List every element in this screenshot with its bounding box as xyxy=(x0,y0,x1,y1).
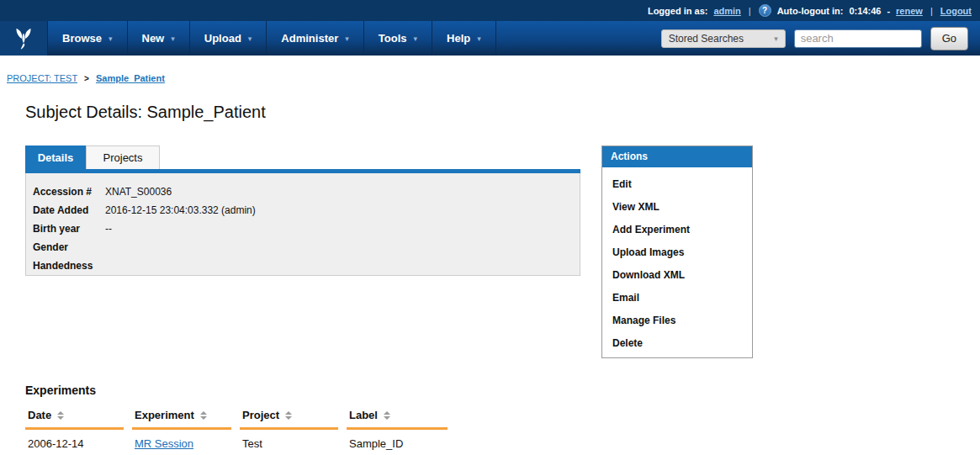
tab-projects[interactable]: Projects xyxy=(86,145,160,169)
action-download-xml[interactable]: Download XML xyxy=(602,263,752,286)
table-row: 2006-12-14 MR Session Test Sample_ID xyxy=(25,430,454,450)
xnat-logo-icon xyxy=(11,26,36,51)
sort-icon[interactable] xyxy=(57,411,64,420)
search-input[interactable] xyxy=(794,29,922,48)
renew-link[interactable]: renew xyxy=(896,6,923,16)
dash: - xyxy=(887,6,890,16)
breadcrumb: PROJECT: TEST > Sample_Patient xyxy=(7,73,980,83)
auto-logout-timer: 0:14:46 xyxy=(849,6,881,16)
top-utility-bar: Logged in as: admin | ? Auto-logout in: … xyxy=(0,0,980,21)
action-manage-files[interactable]: Manage Files xyxy=(602,309,752,331)
nav-menus: Browse ▾ New ▾ Upload ▾ Administer ▾ Too… xyxy=(48,21,496,56)
field-row-gender: Gender xyxy=(33,241,580,253)
actions-panel: Actions Edit View XML Add Experiment Upl… xyxy=(601,145,753,358)
column-header-date[interactable]: Date xyxy=(25,409,124,430)
actions-panel-title: Actions xyxy=(602,146,752,167)
separator: | xyxy=(929,6,935,16)
go-button[interactable]: Go xyxy=(930,27,968,50)
action-delete[interactable]: Delete xyxy=(602,331,752,354)
action-view-xml[interactable]: View XML xyxy=(602,195,752,218)
nav-menu-help[interactable]: Help ▾ xyxy=(432,21,496,56)
page-title: Subject Details: Sample_Patient xyxy=(25,103,980,122)
field-label: Gender xyxy=(33,241,105,253)
subject-details-section: Details Projects Accession # XNAT_S00036… xyxy=(25,145,580,276)
logged-in-user-link[interactable]: admin xyxy=(713,6,740,16)
main-navbar: Browse ▾ New ▾ Upload ▾ Administer ▾ Too… xyxy=(0,21,980,56)
main-content: Details Projects Accession # XNAT_S00036… xyxy=(25,145,980,358)
breadcrumb-separator: > xyxy=(84,74,89,83)
chevron-down-icon: ▾ xyxy=(248,34,252,43)
tab-details[interactable]: Details xyxy=(25,145,86,169)
breadcrumb-project-link[interactable]: PROJECT: TEST xyxy=(7,73,77,83)
mr-session-link[interactable]: MR Session xyxy=(135,437,193,450)
details-panel: Accession # XNAT_S00036 Date Added 2016-… xyxy=(25,173,580,276)
field-value: -- xyxy=(105,223,112,235)
column-header-project[interactable]: Project xyxy=(240,409,338,430)
logged-in-label: Logged in as: xyxy=(648,6,708,16)
sort-icon[interactable] xyxy=(285,411,292,420)
field-label: Date Added xyxy=(33,204,105,216)
field-row-date-added: Date Added 2016-12-15 23:04:03.332 (admi… xyxy=(33,204,580,216)
field-value: 2016-12-15 23:04:03.332 (admin) xyxy=(105,204,256,216)
action-email[interactable]: Email xyxy=(602,286,752,309)
action-edit[interactable]: Edit xyxy=(602,172,752,195)
nav-menu-administer[interactable]: Administer ▾ xyxy=(267,21,363,56)
experiments-table: Date Experiment Project Label 2006-12-14… xyxy=(25,409,454,450)
sort-icon[interactable] xyxy=(384,411,390,420)
logout-link[interactable]: Logout xyxy=(940,6,972,16)
nav-menu-tools[interactable]: Tools ▾ xyxy=(364,21,432,56)
experiments-section: Experiments Date Experiment Project Labe… xyxy=(25,384,980,450)
cell-date: 2006-12-14 xyxy=(25,437,124,450)
separator: | xyxy=(747,6,753,16)
xnat-logo[interactable] xyxy=(0,21,48,56)
action-add-experiment[interactable]: Add Experiment xyxy=(602,218,752,241)
experiments-title: Experiments xyxy=(25,384,980,397)
field-row-accession: Accession # XNAT_S00036 xyxy=(33,186,580,198)
help-icon[interactable]: ? xyxy=(759,4,771,17)
cell-project: Test xyxy=(240,437,338,450)
nav-menu-browse[interactable]: Browse ▾ xyxy=(48,21,128,56)
column-header-experiment[interactable]: Experiment xyxy=(132,409,231,430)
field-label: Birth year xyxy=(33,223,105,235)
chevron-down-icon: ▾ xyxy=(109,34,113,43)
action-upload-images[interactable]: Upload Images xyxy=(602,241,752,263)
sort-icon[interactable] xyxy=(200,411,207,420)
cell-experiment: MR Session xyxy=(132,437,231,450)
field-row-birth-year: Birth year -- xyxy=(33,223,580,235)
field-row-handedness: Handedness xyxy=(33,260,580,272)
nav-search-area: Stored Searches ▾ Go xyxy=(661,21,980,56)
cell-label: Sample_ID xyxy=(347,437,448,450)
breadcrumb-subject-link[interactable]: Sample_Patient xyxy=(96,73,165,83)
experiments-table-header: Date Experiment Project Label xyxy=(25,409,454,430)
actions-list: Edit View XML Add Experiment Upload Imag… xyxy=(602,167,752,357)
field-label: Handedness xyxy=(33,260,105,272)
field-label: Accession # xyxy=(33,186,105,198)
nav-spacer xyxy=(496,21,661,56)
chevron-down-icon: ▾ xyxy=(477,34,481,43)
field-value: XNAT_S00036 xyxy=(105,186,172,198)
tab-bar: Details Projects xyxy=(25,145,580,169)
column-header-label[interactable]: Label xyxy=(347,409,448,430)
chevron-down-icon: ▾ xyxy=(171,34,175,43)
nav-menu-upload[interactable]: Upload ▾ xyxy=(190,21,268,56)
auto-logout-label: Auto-logout in: xyxy=(777,6,844,16)
chevron-down-icon: ▾ xyxy=(774,34,778,43)
chevron-down-icon: ▾ xyxy=(414,34,418,43)
chevron-down-icon: ▾ xyxy=(345,34,349,43)
nav-menu-new[interactable]: New ▾ xyxy=(128,21,190,56)
stored-searches-select[interactable]: Stored Searches ▾ xyxy=(661,29,786,48)
